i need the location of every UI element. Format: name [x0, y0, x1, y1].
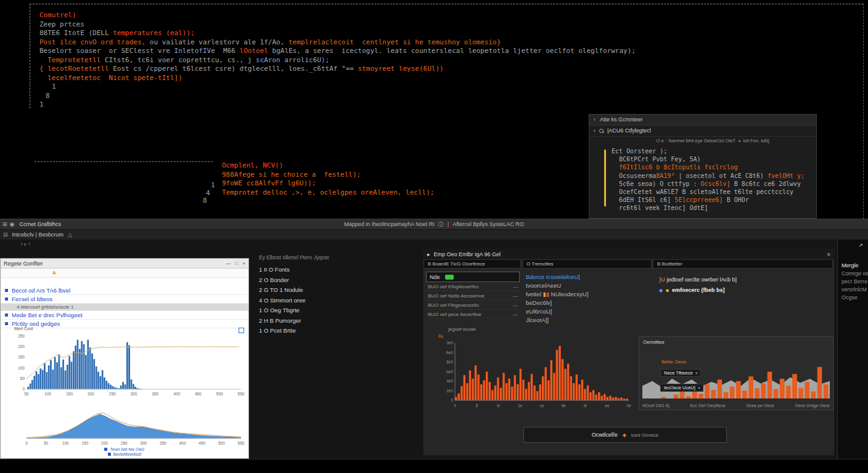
menubar: ⊟ Intcebclv | Besbcrum △: [0, 229, 868, 240]
svg-text:0e0: 0e0: [446, 341, 453, 345]
code-line: eUl6rcoU]: [526, 307, 588, 316]
window-title-bar[interactable]: Regete Gonflter — □ ×: [1, 259, 248, 269]
dialog-tab[interactable]: O Tremofies: [522, 259, 652, 269]
outline-list: 1 II O Fonts 2 O Bonder 2 G TO 1 Nodule …: [259, 265, 419, 336]
svg-text:450: 450: [195, 392, 202, 396]
diamond-icon: ◆: [659, 288, 663, 293]
dashed-border-left: [30, 4, 30, 108]
code-line: 1: [202, 182, 215, 190]
fraction-icon: ⅔: [438, 333, 443, 339]
taskbar-app-label[interactable]: Ccrnet Grafblhcs: [19, 221, 61, 227]
code-line: Temprotetetll CItst6, tc6i voer coprettt…: [39, 56, 636, 65]
info-icon[interactable]: ⓘ: [438, 220, 444, 228]
name-field[interactable]: Nde: [426, 272, 520, 282]
close-icon[interactable]: ×: [827, 251, 830, 258]
svg-text:1e: 1e: [518, 403, 523, 408]
status-divider: |: [448, 221, 449, 227]
code-line: 8C6tPCrt Pvbt Fey, 5A): [612, 155, 805, 163]
rail-item[interactable]: Ocgse: [841, 294, 868, 302]
rail-item[interactable]: versrlnlcM: [841, 286, 868, 294]
meta-row: O e : foermet 6lHl eye OetoeCtcl OleT ● …: [614, 138, 811, 144]
legend-mark-icon: [108, 453, 111, 456]
menubar-label[interactable]: Intcebclv | Besbcrum: [12, 232, 63, 238]
field-list[interactable]: Bderce IcooIelelceU]tvoorcelAeeUlvettel …: [526, 273, 588, 325]
name-label: Nde: [430, 274, 440, 280]
code-line: 1: [39, 83, 56, 92]
parameter-row[interactable]: BUO oef Ne6s AecowHoe —: [426, 291, 520, 301]
chart-legend: Tewn bet fee Ow2 BevbAfeelAssf: [1, 447, 248, 456]
flow-chart: 050100150200250300350400450500550: [6, 402, 245, 446]
search-query[interactable]: |ACU6 Ctfylegtecl: [607, 126, 651, 136]
download-button[interactable]: Ocwtlcef/e ◆ lced Oovece: [523, 427, 727, 443]
search-row[interactable]: ‹ |ACU6 Ctfylegtecl: [589, 126, 816, 137]
grid-icon[interactable]: ⊞: [2, 221, 7, 227]
dialog-title-bar[interactable]: ▸ Emp Oeo Emlbr IgA 96 Gel ×: [424, 249, 834, 259]
menu-icon[interactable]: ⊟: [3, 232, 8, 238]
chevron-left-icon[interactable]: ‹: [594, 126, 596, 136]
code-line: 1: [39, 100, 56, 110]
record-icon[interactable]: ◉: [10, 221, 15, 227]
expand-icon[interactable]: ↗: [858, 242, 863, 248]
meta-prefix: O e :: [657, 138, 666, 144]
dialog-tab[interactable]: B BoardE TlcG Ocorttrece: [424, 259, 521, 269]
cost-chart-title: Mert Cost: [14, 326, 33, 331]
metric-chart-label: jegoef ecowl: [448, 326, 475, 332]
rail-item[interactable]: Comrge oe: [841, 270, 868, 278]
hint-text: f e ?: [21, 241, 31, 247]
legend-mark-icon: [104, 448, 107, 451]
minimize-button[interactable]: —: [226, 261, 231, 266]
svg-text:8: 8: [475, 403, 478, 408]
report-link-row[interactable]: 4 blterceef grlblsfoclecle 1: [1, 304, 248, 311]
svg-text:6e0: 6e0: [446, 360, 453, 364]
outline-item[interactable]: 2 G TO 1 Nodule: [259, 285, 419, 296]
warning-icon: ▲: [51, 269, 57, 275]
svg-text:6e: 6e: [562, 403, 567, 408]
svg-text:300: 300: [131, 392, 137, 396]
popup-header[interactable]: ‹ Atte ks Gcmnteer: [589, 115, 816, 126]
legend-label: Tewn bet fee Ow2: [110, 447, 144, 451]
outline-item[interactable]: 1 II O Fonts: [259, 265, 419, 275]
dialog-tab[interactable]: B Bcéltelter: [653, 259, 833, 269]
close-button[interactable]: ×: [242, 261, 245, 266]
svg-text:2e0: 2e0: [446, 389, 453, 393]
report-link-row[interactable]: Fecsel ol blteos: [1, 295, 248, 304]
code-line: 5c6e seoa) O cttfyp : Ocsc6lv] B 8c6tc c…: [612, 180, 805, 188]
report-link-row[interactable]: Mede Bet e drec Pvlhogeet: [1, 311, 248, 320]
play-icon[interactable]: ▸: [427, 251, 430, 257]
parameter-row[interactable]: BUO oef ElbgAeoertfcc —: [426, 282, 520, 291]
rail-item[interactable]: Mergle: [841, 262, 868, 270]
code-line: Bderce IcooIelelceU]: [526, 273, 588, 281]
code-line: Beselort soaser or SEClesst vre InletofI…: [39, 47, 636, 56]
home-icon[interactable]: △: [68, 232, 72, 238]
svg-text:200: 200: [18, 344, 25, 349]
outline-item[interactable]: 1 O Oeg Tbgrte: [259, 305, 419, 316]
code-line: { lecotRoetetetll Eost cs /cpperel t6lce…: [39, 65, 636, 74]
outline-item[interactable]: 2 O Bonder: [259, 275, 419, 286]
svg-text:100: 100: [44, 392, 51, 396]
chip-square-icon: ▪: [696, 371, 697, 375]
outline-item[interactable]: 4 O Stmmort oree: [259, 296, 419, 306]
code-line: 988Afege si he choice a festell);: [222, 171, 434, 180]
report-link-row[interactable]: Plc6ty oed gedges: [1, 320, 248, 328]
parameter-row[interactable]: BUO oef pece Aeoertfoe —: [426, 310, 520, 319]
maximize-button[interactable]: □: [235, 261, 238, 266]
rail-list: Mergle Comrge oe pecr Berre versrlnlcM O…: [841, 262, 868, 302]
axis-label: Oeve Ordge Oece: [795, 403, 830, 408]
back-icon[interactable]: ‹: [594, 115, 596, 125]
taskbar: ⊞ ◉ Ccrnet Grafblhcs Mapped in IheolIncp…: [0, 219, 868, 229]
find-popup: ‹ Atte ks Gcmnteer ‹ |ACU6 Ctfylegtecl O…: [589, 114, 817, 219]
search-icon: [599, 129, 604, 133]
gutter-marker: [604, 150, 606, 206]
outline-item[interactable]: 2 H B Pumorger: [259, 316, 419, 326]
series-chip[interactable]: Nece Tfbeece ▪: [660, 369, 701, 377]
code-line: 9foWE cc8AlfvFf lg6U));: [222, 179, 434, 188]
outline-item[interactable]: 1 O Pcet Brtte: [259, 326, 419, 336]
rail-item[interactable]: pecr Berre: [841, 278, 868, 286]
parameter-label: BUO oef Ne6s AecowHoe: [428, 293, 485, 299]
series-chip[interactable]: IecOece UceU] ▪: [660, 384, 703, 392]
parameter-value: —: [513, 284, 518, 289]
code-line: Ect Oorsteer );: [612, 147, 805, 155]
report-link-row[interactable]: Becot od Ars TA6 lbvel: [1, 286, 248, 295]
svg-text:350: 350: [160, 441, 166, 445]
parameter-row[interactable]: BUO oef Flbgeoeoce6c —: [426, 301, 520, 310]
